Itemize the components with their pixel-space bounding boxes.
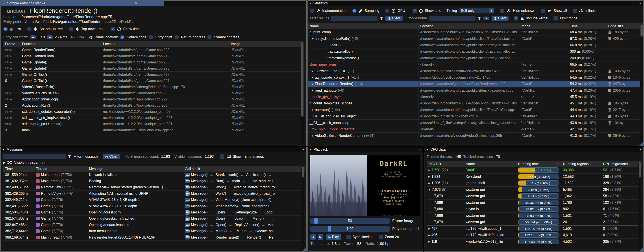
column-header-function[interactable]: Function xyxy=(20,42,101,46)
call-stack-list-icon[interactable] xyxy=(185,179,190,183)
tree-collapse-icon[interactable]: ▼ xyxy=(312,38,314,40)
column-header-image[interactable]: Image xyxy=(229,42,304,46)
call-stack-list-icon[interactable] xyxy=(185,210,190,214)
show-all-checkbox[interactable] xyxy=(541,8,545,13)
table-row[interactable]: 381,692,052nsMain thread(7,750)Booting..… xyxy=(3,178,304,184)
collapse-icon[interactable]: ▼ xyxy=(310,148,312,151)
resize-grip[interactable] xyxy=(302,247,306,251)
filter-results-input[interactable] xyxy=(331,16,378,21)
tree-expand-icon[interactable]: ▶ xyxy=(312,108,314,111)
include-kernel-checkbox[interactable] xyxy=(514,16,518,20)
tree-expand-icon[interactable]: ▶ xyxy=(428,234,430,236)
step-back-button[interactable]: ◀ xyxy=(310,234,316,240)
statistics-scrollbar[interactable] xyxy=(640,24,643,145)
close-icon[interactable]: × xyxy=(639,1,642,6)
table-row[interactable]: d_print_comp/usr/src/debug/gcc-build/x86… xyxy=(308,29,643,36)
table-row[interactable]: 7,673wezterm-gui2.04 s (8.41%)1,34258(4.… xyxy=(426,193,642,200)
table-row[interactable]: 3main/home/wolf/darkrl/src/EntryPointPos… xyxy=(3,127,304,133)
table-row[interactable]: __GI__dl_find_dso_for_object/usr/src/deb… xyxy=(308,113,643,120)
table-row[interactable]: inlinestd::unique_ptr<>::reset()/usr/inc… xyxy=(3,121,304,127)
collapse-icon[interactable]: ▼ xyxy=(2,148,5,151)
inlines-checkbox[interactable] xyxy=(573,8,577,13)
table-row[interactable]: tracy::rpmalloc()/home/wolf/darkrl/contr… xyxy=(308,48,643,55)
table-row[interactable]: ▼7,673(5)wezterm-gui2.15 s (8.86%)5,4852… xyxy=(426,186,642,193)
collapse-icon[interactable]: ▼ xyxy=(310,2,312,5)
table-row[interactable]: 382,408,518nsRemoteView(7,775)Remote vie… xyxy=(3,184,304,190)
column-header-name[interactable]: Name xyxy=(308,24,418,29)
column-header-thread[interactable]: Thread xyxy=(34,166,87,172)
playback-titlebar[interactable]: ▼ Playback × xyxy=(308,147,423,152)
samples-scrollbar[interactable] xyxy=(301,42,304,144)
table-row[interactable]: ▶1,834Xwayland9.57 s (39.44%)12,553188(1… xyxy=(426,174,642,180)
table-row[interactable]: ▶119kworker/u17:0+i915_flip127.48 ms (0.… xyxy=(426,238,642,245)
call-stack-list-icon[interactable] xyxy=(185,216,190,221)
table-row[interactable]: 2Application::Run()/home/wolf/darkrl/src… xyxy=(3,102,304,108)
call-stack-list-icon[interactable] xyxy=(185,198,190,202)
column-header-message[interactable]: Message xyxy=(87,166,183,172)
call-stack-list-icon[interactable] xyxy=(185,173,190,177)
tree-expand-icon[interactable]: ▶ xyxy=(428,227,430,230)
table-row[interactable]: inlineGame::Update()/home/wolf/darkrl/sr… xyxy=(3,66,304,72)
instrumentation-radio[interactable] xyxy=(310,8,314,13)
close-icon[interactable]: × xyxy=(135,1,137,6)
samples-active-tab[interactable]: ▼ Sample entry call stacks × xyxy=(1,1,164,6)
frame-slider-grab[interactable] xyxy=(314,218,318,224)
table-row[interactable]: tracy::InitRpmalloc()/home/wolf/darkrl/c… xyxy=(308,55,643,62)
top-down-tree-radio[interactable] xyxy=(69,27,73,31)
limit-range-checkbox[interactable] xyxy=(554,16,558,20)
statistics-titlebar[interactable]: ▼ Statistics × xyxy=(308,1,643,6)
column-header-code-size[interactable]: Code size xyxy=(606,24,643,29)
messages-clear-button[interactable]: ⊗Clear xyxy=(103,154,120,159)
table-row[interactable]: 382,481,766nsGame(7,776)VRAM 43x45: 15 +… xyxy=(3,203,304,209)
table-row[interactable]: ▶uw_update_context_1(+14)/usr/src/debug/… xyxy=(308,74,643,81)
column-header-cpu-migrations[interactable]: CPU migrations xyxy=(601,162,642,166)
table-row[interactable]: inlineGame::RenderFloor()/home/wolf/dark… xyxy=(3,47,304,53)
table-row[interactable]: ▶operator()(+44)/home/wolf/darkrl/contri… xyxy=(308,107,643,113)
table-row[interactable]: ▶_Unwind_Find_FDE(+7)/usr/src/debug/gcc/… xyxy=(308,68,643,74)
close-icon[interactable]: × xyxy=(639,147,642,152)
tree-expand-icon[interactable]: ▶ xyxy=(428,175,430,178)
tree-expand-icon[interactable]: ▶ xyxy=(312,70,314,72)
frame-image-slider[interactable]: 53 xyxy=(310,218,390,224)
resize-grip[interactable] xyxy=(639,142,643,146)
table-row[interactable]: ▶7,750(22)DarkRL10.04 s (41.37%)30,38852… xyxy=(426,167,642,174)
call-stack-list-icon[interactable] xyxy=(185,204,190,208)
tree-expand-icon[interactable]: ▶ xyxy=(312,89,314,92)
column-header-running-time[interactable]: Running time ▼ xyxy=(516,162,561,166)
tree-expand-icon[interactable]: ▶ xyxy=(428,182,430,184)
table-row[interactable]: 382,712,444nsGame(7,776)Intro menu loade… xyxy=(3,228,304,234)
filter-clear-button[interactable]: ⊗Clear xyxy=(386,16,402,21)
resize-grip[interactable] xyxy=(639,247,643,251)
messages-titlebar[interactable]: ▼ Messages × xyxy=(1,147,306,152)
chevron-down-icon[interactable]: ▼ xyxy=(489,8,494,14)
column-header-name[interactable]: Name xyxy=(464,162,516,166)
call-stack-list-icon[interactable] xyxy=(185,223,190,227)
table-row[interactable]: d_count_templates_scopes/usr/src/debug/g… xyxy=(308,100,643,106)
column-header-pid-tid[interactable]: PID/TID xyxy=(426,162,464,166)
table-row[interactable]: __GI___clock_nanosleep/usr/src/debug/gli… xyxy=(308,120,643,126)
table-row[interactable]: 382,449,712nsGame(7,776)VRAM 37x45: 13 +… xyxy=(3,197,304,203)
tree-expand-icon[interactable]: ▶ xyxy=(312,134,314,137)
gpu-radio[interactable] xyxy=(385,8,390,13)
tree-expand-icon[interactable]: ▶ xyxy=(312,76,314,79)
table-row[interactable]: inlineApplication::InnerLoop()/home/wolf… xyxy=(3,96,304,102)
collapse-icon[interactable]: ▼ xyxy=(426,148,428,151)
call-stack-list-icon[interactable] xyxy=(185,229,190,233)
column-header-time[interactable]: Time xyxy=(568,24,606,29)
timing-dropdown[interactable]: Self only ▼ xyxy=(459,8,494,14)
close-icon[interactable]: × xyxy=(419,147,421,152)
sort-down-icon[interactable]: ▼ xyxy=(557,162,559,165)
table-row[interactable]: 1VideoGLBase::Tick()/home/wolf/darkrl/sr… xyxy=(3,84,304,90)
call-stack-list-icon[interactable] xyxy=(185,192,190,196)
play-button[interactable]: ▶Play xyxy=(326,234,341,240)
expand-icon[interactable]: ▶ xyxy=(3,161,5,164)
image-filter-dropdown-button[interactable]: ▼ xyxy=(484,16,490,20)
zoom-2x-checkbox[interactable] xyxy=(379,235,383,239)
messages-funnel-icon[interactable] xyxy=(68,155,71,158)
column-header-image[interactable]: Image xyxy=(519,24,568,29)
table-row[interactable]: inlineGame::Update()/home/wolf/darkrl/sr… xyxy=(3,59,304,66)
table-row[interactable]: 382,574,807nsGame(7,776)Opening /forest.… xyxy=(3,216,304,222)
list-radio[interactable] xyxy=(3,27,8,31)
table-row[interactable]: 7,680async-io29.02 ms (0.12%)80261(7.61%… xyxy=(426,206,642,212)
image-name-input[interactable] xyxy=(429,16,476,21)
